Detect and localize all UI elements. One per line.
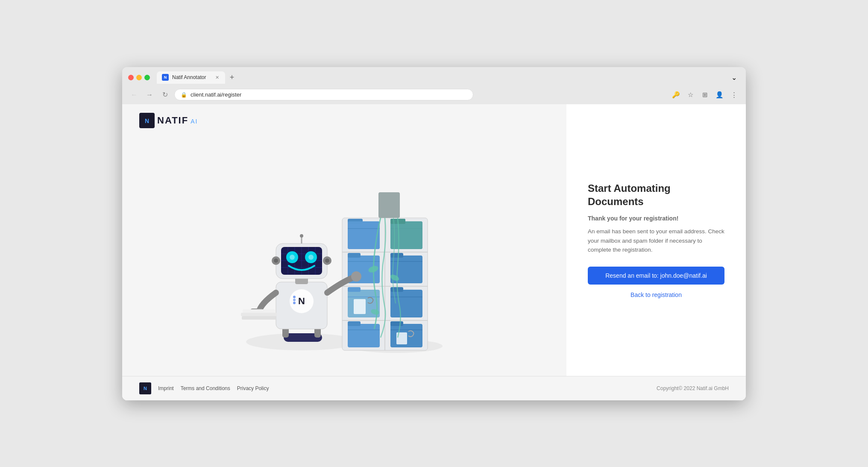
- logo: N NATIF AI: [139, 113, 549, 128]
- svg-rect-28: [390, 290, 422, 317]
- svg-text:N: N: [144, 386, 147, 391]
- svg-text:N: N: [298, 296, 305, 306]
- left-panel: N NATIF AI: [122, 104, 566, 376]
- svg-rect-74: [242, 316, 276, 320]
- back-to-registration-link[interactable]: Back to registration: [588, 291, 724, 298]
- footer-link-imprint[interactable]: Imprint: [158, 385, 174, 391]
- tab-bar: N Natif Annotator ✕ +: [157, 71, 728, 84]
- browser-window: N Natif Annotator ✕ + ⌄ ← → ↻ 🔒 client.n…: [122, 67, 746, 400]
- svg-point-64: [290, 255, 295, 260]
- footer-left: N Imprint Terms and Conditions Privacy P…: [139, 382, 269, 394]
- window-expand-button[interactable]: ⌄: [731, 73, 740, 82]
- logo-text: NATIF AI: [157, 115, 198, 126]
- svg-point-50: [293, 302, 296, 304]
- address-bar[interactable]: 🔒 client.natif.ai/register: [174, 89, 473, 100]
- new-tab-button[interactable]: +: [227, 72, 237, 82]
- footer-links: Imprint Terms and Conditions Privacy Pol…: [158, 385, 269, 391]
- description: An email has been sent to your email add…: [588, 227, 724, 255]
- logo-icon: N: [139, 113, 155, 128]
- lock-icon: 🔒: [181, 92, 187, 98]
- subtitle: Thank you for your registration!: [588, 215, 724, 222]
- forward-button[interactable]: →: [144, 89, 155, 101]
- footer-link-terms[interactable]: Terms and Conditions: [181, 385, 230, 391]
- fullscreen-traffic-light[interactable]: [144, 75, 150, 80]
- browser-toolbar: ← → ↻ 🔒 client.natif.ai/register 🔑 ☆ ⊞ 👤…: [122, 86, 746, 104]
- svg-point-48: [293, 296, 296, 298]
- bookmark-icon[interactable]: ☆: [684, 89, 696, 101]
- browser-chrome: N Natif Annotator ✕ + ⌄ ← → ↻ 🔒 client.n…: [122, 67, 746, 104]
- footer-link-privacy[interactable]: Privacy Policy: [237, 385, 269, 391]
- svg-rect-22: [390, 253, 403, 258]
- close-traffic-light[interactable]: [128, 75, 134, 80]
- svg-rect-25: [348, 287, 361, 292]
- back-button[interactable]: ←: [128, 89, 140, 101]
- svg-rect-19: [348, 253, 361, 258]
- svg-rect-32: [348, 321, 361, 326]
- traffic-lights: [128, 75, 150, 80]
- svg-point-67: [300, 234, 303, 238]
- tab-favicon: N: [162, 74, 169, 81]
- browser-titlebar: N Natif Annotator ✕ + ⌄: [122, 67, 746, 86]
- svg-point-72: [351, 271, 361, 282]
- page-main: N NATIF AI: [122, 104, 746, 376]
- password-manager-icon[interactable]: 🔑: [670, 89, 682, 101]
- svg-rect-75: [241, 313, 277, 316]
- svg-rect-76: [243, 309, 275, 313]
- svg-rect-16: [390, 221, 422, 249]
- page-content: N NATIF AI: [122, 104, 746, 400]
- refresh-button[interactable]: ↻: [159, 89, 171, 101]
- url-text: client.natif.ai/register: [191, 91, 241, 98]
- svg-point-49: [293, 299, 296, 301]
- svg-point-65: [308, 255, 314, 260]
- resend-email-button[interactable]: Resend an email to: john.doe@natif.ai: [588, 267, 724, 285]
- minimize-traffic-light[interactable]: [136, 75, 142, 80]
- svg-text:N: N: [145, 117, 149, 124]
- extensions-icon[interactable]: ⊞: [699, 89, 711, 101]
- svg-rect-27: [354, 299, 366, 314]
- svg-rect-38: [378, 192, 400, 218]
- profile-icon[interactable]: 👤: [713, 89, 725, 101]
- page-heading: Start Automating Documents: [588, 182, 724, 208]
- menu-icon[interactable]: ⋮: [728, 89, 740, 101]
- svg-point-71: [325, 258, 329, 263]
- footer-copyright: Copyright© 2022 Natif.ai GmbH: [657, 385, 729, 391]
- svg-rect-35: [390, 321, 403, 326]
- right-panel: Start Automating Documents Thank you for…: [566, 104, 746, 376]
- robot-illustration: N: [216, 150, 472, 363]
- tab-close-button[interactable]: ✕: [214, 74, 220, 81]
- svg-point-69: [274, 258, 278, 263]
- footer-logo: N: [139, 382, 151, 394]
- illustration-area: N: [139, 145, 549, 367]
- toolbar-actions: 🔑 ☆ ⊞ 👤 ⋮: [670, 89, 740, 101]
- tab-title: Natif Annotator: [172, 74, 211, 80]
- active-tab[interactable]: N Natif Annotator ✕: [157, 71, 225, 84]
- footer: N Imprint Terms and Conditions Privacy P…: [122, 376, 746, 400]
